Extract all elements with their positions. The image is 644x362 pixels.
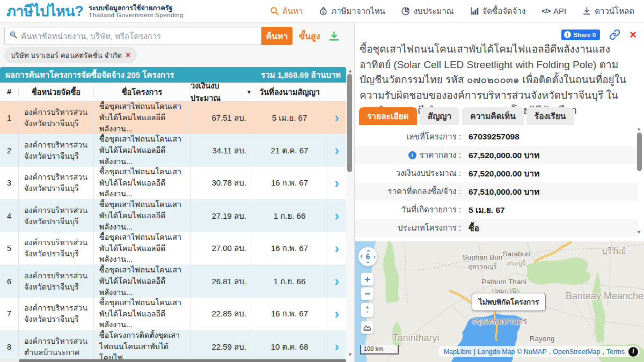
col-budget-sortable[interactable]: วงเงินงบประมาณ ▼ bbox=[191, 79, 252, 104]
tilt-control[interactable]: ▲ ▼ bbox=[361, 302, 374, 317]
scroll-down-arrow[interactable]: ▼ bbox=[636, 230, 641, 235]
row-date: 1 ก.ย. 66 bbox=[252, 265, 327, 298]
attribution-info-icon[interactable]: i bbox=[628, 347, 638, 357]
row-project: ซื้อชุดเสาไฟถนนโคนเสาพับได้โคมไฟแอลอีดีพ… bbox=[94, 298, 191, 330]
results-total: รวม 1,868.69 ล้านบาท bbox=[261, 69, 341, 82]
row-chevron-icon[interactable]: › bbox=[327, 330, 346, 362]
table-row[interactable]: 5 องค์การบริหารส่วนจังหวัดปราจีนบุรี ซื้… bbox=[0, 232, 346, 265]
col-agency: ชื่อหน่วยจัดซื้อ bbox=[19, 86, 94, 98]
detail-fields: เลขที่โครงการ : 67039257098 i ราคากลาง :… bbox=[355, 128, 638, 237]
table-row[interactable]: 3 องค์การบริหารส่วนจังหวัดปราจีนบุรี ซื้… bbox=[0, 167, 346, 200]
search-button[interactable]: ค้นหา bbox=[261, 27, 292, 45]
share-count-label: Share 0 bbox=[574, 32, 596, 38]
row-chevron-icon[interactable]: › bbox=[327, 232, 346, 264]
nav-item-download[interactable]: ดาวน์โหลด bbox=[582, 5, 634, 18]
sort-desc-icon[interactable]: ▼ bbox=[246, 89, 252, 95]
terrain-toggle-button[interactable] bbox=[361, 321, 374, 334]
filter-chip[interactable]: บริษัท บราเธอร์ คอนสตรัคชั่น จำกัด × bbox=[4, 47, 137, 63]
advanced-search-link[interactable]: ขั้นสูง bbox=[299, 29, 320, 43]
vertical-scrollbar-thumb[interactable] bbox=[347, 74, 352, 172]
row-no: 5 bbox=[0, 232, 19, 264]
maplibre-link[interactable]: MapLibre bbox=[444, 348, 472, 356]
tab-contract[interactable]: สัญญา bbox=[420, 107, 460, 125]
terms-link[interactable]: Terms bbox=[606, 348, 625, 356]
facebook-share-button[interactable]: f Share 0 bbox=[561, 29, 601, 40]
search-input[interactable] bbox=[21, 32, 257, 41]
row-chevron-icon[interactable]: › bbox=[327, 200, 346, 232]
remove-filter-icon[interactable]: × bbox=[126, 51, 130, 60]
row-date: 21 ต.ค. 67 bbox=[252, 134, 327, 167]
row-chevron-icon[interactable]: › bbox=[327, 134, 346, 167]
field-label: วันที่เกิดรายการ : bbox=[401, 203, 461, 216]
table-row[interactable]: 6 องค์การบริหารส่วนจังหวัดปราจีนบุรี ซื้… bbox=[0, 265, 346, 298]
row-no: 8 bbox=[0, 330, 19, 362]
download-icon bbox=[582, 6, 591, 16]
field-label: ราคาที่ตกลงซื้อ/จ้าง : bbox=[388, 185, 461, 198]
horizontal-scrollbar-thumb[interactable] bbox=[19, 359, 346, 362]
scroll-up-arrow[interactable]: ▲ bbox=[636, 126, 641, 131]
row-agency: องค์การบริหารส่วนจังหวัดปราจีนบุรี bbox=[19, 200, 94, 232]
nav-item-budget[interactable]: งบประมาณ bbox=[401, 5, 454, 18]
col-sign-date: วันที่ลงนามสัญญา bbox=[252, 86, 327, 98]
row-agency: องค์การบริหารส่วนจังหวัดปราจีนบุรี bbox=[19, 167, 94, 199]
row-chevron-icon[interactable]: › bbox=[327, 167, 346, 199]
row-no: 1 bbox=[0, 101, 19, 134]
row-date: 5 เม.ย. 67 bbox=[252, 101, 327, 134]
map-panel[interactable]: Suphan Buri สุพรรณบุรี Saraburi สระบุรี … bbox=[354, 241, 644, 362]
row-project: ซื้อชุดเสาไฟถนนโคนเสาพับได้โคมไฟแอลอีดีพ… bbox=[94, 200, 191, 232]
longdo-link[interactable]: Longdo Map © NuMAP bbox=[478, 348, 547, 356]
nav-item-tax-source[interactable]: $ ภาษีมาจากไหน bbox=[319, 5, 385, 18]
tilt-up-icon[interactable]: ▲ bbox=[365, 305, 370, 310]
row-chevron-icon[interactable]: › bbox=[327, 298, 346, 330]
copy-link-icon[interactable] bbox=[609, 29, 620, 40]
map-attribution: MapLibre | Longdo Map © NuMAP , OpenStre… bbox=[438, 346, 640, 357]
scroll-down-arrow[interactable]: ▼ bbox=[348, 352, 353, 357]
field-label: ประเภทโครงการ : bbox=[398, 221, 461, 234]
field-row: วันที่เกิดรายการ : 5 เม.ย. 67 bbox=[355, 201, 638, 219]
money-bag-icon: $ bbox=[319, 6, 328, 16]
site-logo[interactable]: ภาษีไปไหน? bbox=[6, 0, 83, 23]
openstreetmap-link[interactable]: OpenStreetMap bbox=[553, 348, 600, 356]
brand-subtitle: ระบบข้อมูลการใช้จ่ายภาครัฐ Thailand Gove… bbox=[89, 3, 183, 19]
row-chevron-icon[interactable]: › bbox=[327, 265, 346, 298]
search-icon bbox=[270, 6, 279, 16]
vertical-scrollbar-thumb[interactable] bbox=[637, 132, 642, 171]
tab-details[interactable]: รายละเอียด bbox=[359, 107, 417, 125]
close-icon[interactable]: × bbox=[630, 30, 636, 40]
table-row[interactable]: 7 องค์การบริหารส่วนจังหวัดปราจีนบุรี ซื้… bbox=[0, 298, 346, 330]
map-compass-control[interactable]: › › › › 6 bbox=[358, 247, 378, 267]
tab-complaints[interactable]: ร้องเรียน bbox=[526, 107, 574, 125]
map-scale: 100 km bbox=[360, 345, 399, 354]
zoom-in-button[interactable]: + bbox=[361, 272, 374, 286]
bar-chart-icon bbox=[470, 6, 479, 16]
row-budget: 26.81 ลบ. bbox=[191, 265, 252, 298]
table-row[interactable]: 8 องค์การบริหารส่วนตำบลบ้านระกาศ ซื้อโคร… bbox=[0, 330, 346, 362]
row-no: 7 bbox=[0, 298, 19, 330]
tab-comments[interactable]: ความคิดเห็น bbox=[462, 107, 524, 125]
nav-item-api[interactable]: </> API bbox=[541, 6, 566, 16]
field-value: 67,520,000.00 บาท bbox=[469, 149, 539, 162]
brand[interactable]: ภาษีไปไหน? ระบบข้อมูลการใช้จ่ายภาครัฐ Th… bbox=[0, 0, 184, 23]
scroll-up-arrow[interactable]: ▲ bbox=[348, 68, 353, 73]
table-row[interactable]: 4 องค์การบริหารส่วนจังหวัดปราจีนบุรี ซื้… bbox=[0, 200, 346, 232]
filter-chip-label: บริษัท บราเธอร์ คอนสตรัคชั่น จำกัด bbox=[11, 49, 122, 61]
row-date: 16 ก.พ. 67 bbox=[252, 298, 327, 330]
nav-label: งบประมาณ bbox=[414, 5, 454, 18]
export-download-icon[interactable] bbox=[328, 31, 340, 42]
info-icon[interactable]: i bbox=[408, 151, 416, 159]
row-chevron-icon[interactable]: › bbox=[327, 101, 346, 134]
search-box bbox=[4, 27, 261, 45]
pie-chart-icon bbox=[401, 6, 411, 16]
nav-item-procurement[interactable]: จัดซื้อจัดจ้าง bbox=[470, 5, 526, 18]
table-row[interactable]: 1 องค์การบริหารส่วนจังหวัดปราจีนบุรี ซื้… bbox=[0, 101, 346, 134]
row-budget: 22.59 ลบ. bbox=[191, 330, 252, 362]
field-label: วงเงินงบประมาณ : bbox=[396, 167, 462, 180]
results-header-bar: ผลการค้นหาโครงการจัดซื้อจัดจ้าง 205 โครง… bbox=[0, 67, 346, 83]
col-budget-label: วงเงินงบประมาณ bbox=[191, 79, 244, 104]
field-label: เลขที่โครงการ : bbox=[406, 130, 461, 143]
zoom-out-button[interactable]: − bbox=[361, 287, 374, 300]
tilt-down-icon[interactable]: ▼ bbox=[365, 310, 370, 315]
table-row[interactable]: 2 องค์การบริหารส่วนจังหวัดปราจีนบุรี ซื้… bbox=[0, 134, 346, 167]
nav-item-search[interactable]: ค้นหา bbox=[270, 5, 303, 18]
row-project: ซื้อชุดเสาไฟถนนโคนเสาพับได้โคมไฟแอลอีดีพ… bbox=[94, 265, 191, 298]
